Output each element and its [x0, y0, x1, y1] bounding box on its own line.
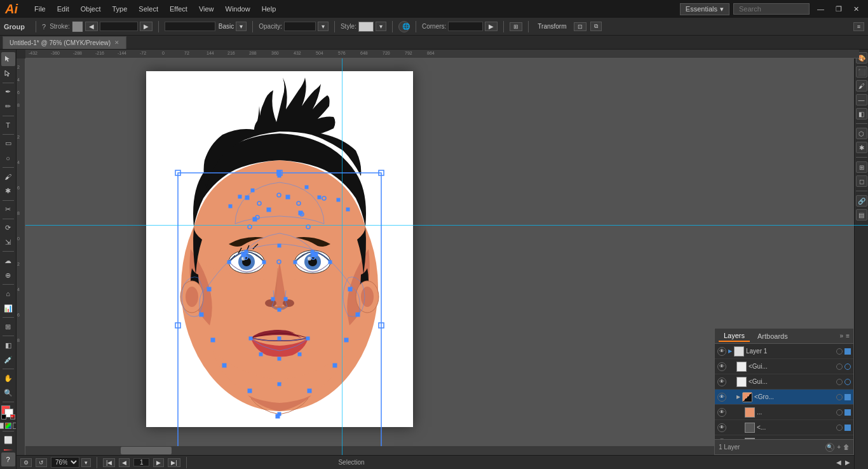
symbol-panel-icon[interactable]: ✱: [856, 142, 867, 153]
essentials-button[interactable]: Essentials ▾: [680, 3, 729, 15]
layers-menu-icon[interactable]: ≡: [846, 332, 850, 339]
type-tool[interactable]: T: [1, 118, 15, 132]
layer-lock-icon[interactable]: [844, 348, 851, 355]
artboard-tool[interactable]: ⬜: [1, 433, 15, 447]
layers-icon[interactable]: ▤: [856, 209, 867, 221]
rect-tool[interactable]: ▭: [1, 137, 15, 151]
transform2-btn[interactable]: ⊡: [574, 22, 587, 31]
mesh-tool[interactable]: ⊞: [1, 320, 15, 334]
gradient-btn[interactable]: [5, 423, 11, 429]
menu-effect[interactable]: Effect: [165, 4, 193, 14]
last-page-btn[interactable]: ▶|: [168, 458, 180, 467]
layer-row[interactable]: 👁 ▶ <Gro...: [715, 390, 853, 405]
layer-visibility-icon[interactable]: 👁: [717, 423, 726, 432]
menu-window[interactable]: Window: [220, 4, 255, 14]
corners-arrow[interactable]: ▶: [485, 22, 498, 31]
brush-arrow[interactable]: ▾: [236, 22, 247, 31]
prev-page-btn[interactable]: ◀: [119, 458, 130, 467]
zoom-tool[interactable]: 🔍: [1, 386, 15, 400]
menu-file[interactable]: File: [29, 4, 51, 14]
style-arrow[interactable]: ▾: [376, 22, 386, 31]
menu-help[interactable]: Help: [257, 4, 281, 14]
stroke-arrow-left[interactable]: ◀: [85, 22, 98, 31]
align-panel-icon[interactable]: ⊞: [856, 161, 867, 173]
stroke-arrow-right[interactable]: ▶: [140, 22, 153, 31]
scissors-tool[interactable]: ✂: [1, 203, 15, 217]
layer-indicator[interactable]: [844, 364, 851, 370]
stroke-panel-icon[interactable]: —: [856, 94, 867, 105]
gradient-tool[interactable]: ◧: [1, 338, 15, 352]
transform-btn[interactable]: Transform: [534, 22, 569, 31]
warp-tool[interactable]: ☁: [1, 254, 15, 268]
swatches-icon[interactable]: ⬛: [856, 66, 867, 78]
layer-indicator[interactable]: [844, 409, 851, 416]
layer-visibility-icon[interactable]: 👁: [717, 362, 726, 371]
stroke-color-btn[interactable]: [72, 21, 83, 32]
close-button[interactable]: ✕: [850, 4, 863, 15]
opacity-input[interactable]: 100%: [284, 22, 316, 31]
status-arrow-left[interactable]: ◀: [836, 459, 841, 466]
status-rotate-btn[interactable]: ↺: [36, 458, 47, 467]
search-input[interactable]: [733, 3, 810, 15]
layer-visibility-icon[interactable]: 👁: [717, 377, 726, 386]
layer-selected-indicator[interactable]: [844, 394, 851, 400]
brush-input[interactable]: [165, 22, 215, 31]
next-page-btn[interactable]: ▶: [153, 458, 164, 467]
layers-expand-icon[interactable]: »: [840, 332, 844, 339]
document-tab[interactable]: Untitled-1* @ 76% (CMYK/Preview) ✕: [3, 36, 126, 49]
stroke-input[interactable]: [100, 22, 138, 31]
help-icon[interactable]: ?: [42, 23, 46, 31]
zoom-down-btn[interactable]: ▾: [81, 458, 91, 467]
status-settings-btn[interactable]: ⚙: [20, 458, 32, 467]
direct-selection-tool[interactable]: [1, 67, 15, 81]
tab-close-icon[interactable]: ✕: [114, 39, 119, 46]
layer-target-icon[interactable]: [836, 394, 843, 400]
hscroll-thumb[interactable]: [121, 447, 172, 454]
layer-target-icon[interactable]: [836, 364, 843, 370]
scale-tool[interactable]: ⇲: [1, 235, 15, 249]
menu-type[interactable]: Type: [107, 4, 133, 14]
width-tool[interactable]: ⊕: [1, 268, 15, 282]
restore-button[interactable]: ❐: [832, 4, 846, 15]
layer-target-icon[interactable]: [836, 409, 843, 416]
pathfinder-icon[interactable]: ◻: [856, 175, 867, 187]
layer-row[interactable]: 👁 <Gui...: [715, 359, 853, 374]
brush-panel-icon[interactable]: 🖌: [856, 80, 867, 92]
layer-row[interactable]: 👁 <...: [715, 420, 853, 435]
symbol-tool[interactable]: ⌂: [1, 287, 15, 301]
rotate-tool[interactable]: ⟳: [1, 221, 15, 235]
menu-view[interactable]: View: [194, 4, 219, 14]
style-btn[interactable]: [358, 22, 374, 32]
paintbrush-tool[interactable]: 🖌: [1, 170, 15, 184]
artboards-tab[interactable]: Artboards: [752, 331, 793, 341]
layer-target-icon[interactable]: [836, 348, 843, 355]
minimize-button[interactable]: —: [813, 4, 828, 14]
align-btn[interactable]: ⊞: [510, 22, 522, 31]
layer-visibility-icon[interactable]: 👁: [717, 408, 726, 417]
transform3-btn[interactable]: ⧉: [590, 22, 602, 31]
blob-brush-tool[interactable]: ✱: [1, 184, 15, 198]
selection-tool[interactable]: [1, 52, 15, 66]
layer-target-icon[interactable]: [836, 425, 843, 431]
default-colors-icon[interactable]: [1, 414, 6, 419]
layers-add-icon[interactable]: +: [837, 444, 841, 451]
layer-row[interactable]: 👁 ...: [715, 405, 853, 420]
menu-select[interactable]: Select: [133, 4, 163, 14]
menu-edit[interactable]: Edit: [52, 4, 74, 14]
menu-object[interactable]: Object: [76, 4, 106, 14]
layer-visibility-icon[interactable]: 👁: [717, 347, 726, 356]
layer-target-icon[interactable]: [836, 379, 843, 385]
links-icon[interactable]: 🔗: [856, 195, 867, 207]
graph-tool[interactable]: 📊: [1, 301, 15, 315]
pen-tool[interactable]: ✒: [1, 85, 15, 99]
layers-tab[interactable]: Layers: [719, 330, 750, 342]
globe-btn[interactable]: 🌐: [398, 21, 410, 32]
layer-row[interactable]: 👁 <Gui...: [715, 374, 853, 390]
layer-row[interactable]: 👁 ▶ Layer 1: [715, 344, 853, 359]
color-btn[interactable]: [0, 423, 4, 429]
corners-input[interactable]: [448, 22, 483, 31]
layer-indicator[interactable]: [844, 425, 851, 431]
page-input[interactable]: [133, 458, 149, 466]
gradient-panel-icon[interactable]: ◧: [856, 108, 867, 119]
layer-indicator[interactable]: [844, 379, 851, 385]
